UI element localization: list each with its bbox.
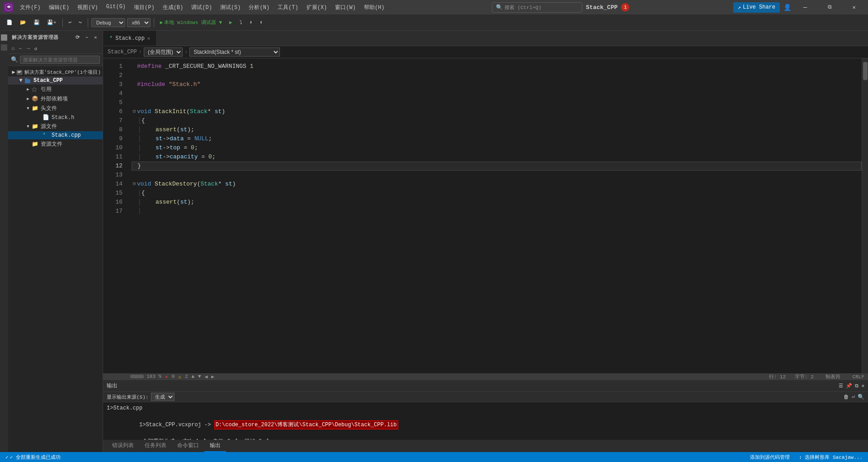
hscroll-thumb[interactable] — [130, 375, 144, 378]
editor-scrollbar-bottom[interactable]: 183 % ✕ 0 ⚠ 2 ▲ ▼ ◀ ▶ 行: 12 字节: 2 制表符 CR… — [103, 373, 868, 380]
step-out-button[interactable]: ⬆ — [257, 18, 265, 27]
status-branch[interactable]: ↕ 选择树形库 Sacajaw... — [797, 454, 864, 461]
tree-item-headers[interactable]: ▼ 📁 头文件 — [8, 104, 103, 113]
undo-button[interactable]: ↩ — [66, 18, 75, 27]
menu-edit[interactable]: 编辑(E) — [45, 2, 73, 13]
menu-debug[interactable]: 调试(D) — [188, 2, 216, 13]
step-in-button[interactable]: ⬇ — [247, 18, 255, 27]
new-file-button[interactable]: 📄 — [4, 18, 15, 27]
sidebar-forward-btn[interactable]: → — [25, 45, 32, 52]
output-line-2: 1>Stack_CPP.vcxproj -> D:\code_store_202… — [107, 412, 864, 438]
panel-tab-output[interactable]: 输出 — [204, 440, 226, 452]
sidebar-tree: ▶ 解决方案'Stack_CPP'(1个项目) ▼ Stack_CPP ▶ ⚝ — [8, 66, 103, 452]
tree-item-stackcpp[interactable]: * Stack.cpp — [8, 131, 103, 139]
output-wrap-btn[interactable]: ⏎ — [852, 394, 855, 400]
search-box[interactable]: 🔍 搜索 (Ctrl+Q) — [492, 2, 582, 13]
output-panel-close-btn[interactable]: ✕ — [861, 383, 864, 389]
output-search-btn[interactable]: 🔍 — [858, 394, 864, 400]
nav-down-btn[interactable]: ▼ — [198, 374, 201, 379]
save-button[interactable]: 💾 — [31, 18, 42, 27]
code-editor[interactable]: 1 2 3 4 5 6 7 8 9 10 11 12 13 14 15 16 1… — [103, 58, 868, 373]
tree-item-refs[interactable]: ▶ ⚝ 引用 — [8, 85, 103, 94]
menu-extensions[interactable]: 扩展(X) — [303, 2, 331, 13]
menu-test[interactable]: 测试(S) — [217, 2, 245, 13]
code-content[interactable]: #define _CRT_SECURE_NO_WARNINGS 1 #inclu… — [128, 58, 862, 373]
continue-button[interactable]: ▶ — [226, 18, 235, 27]
editor-scrollbar-right[interactable] — [862, 58, 868, 373]
menu-tools[interactable]: 工具(T) — [274, 2, 302, 13]
sidebar-collapse-btn[interactable]: – — [84, 33, 90, 41]
tab-stackcpp[interactable]: * Stack.cpp ✕ — [103, 31, 157, 46]
breadcrumb-sep2: › — [184, 49, 188, 55]
profile-icon[interactable]: 👤 — [783, 4, 791, 11]
activity-explorer[interactable] — [1, 34, 7, 41]
status-source-control[interactable]: 添加到源代码管理 — [748, 454, 792, 461]
tree-item-solution[interactable]: ▶ 解决方案'Stack_CPP'(1个项目) — [8, 68, 103, 76]
sidebar-home-btn[interactable]: ⌂ — [10, 45, 17, 52]
save-all-button[interactable]: 💾+ — [44, 18, 59, 27]
tree-item-project[interactable]: ▼ Stack_CPP — [8, 76, 103, 85]
output-panel-pin-btn[interactable]: 📌 — [846, 383, 852, 389]
sidebar-search-input[interactable] — [20, 56, 100, 64]
tab-close-icon[interactable]: ✕ — [147, 36, 150, 41]
close-button[interactable]: ✕ — [844, 0, 864, 14]
code-line-17: │ — [132, 207, 862, 216]
menu-project[interactable]: 项目(P) — [130, 2, 158, 13]
tree-item-resources[interactable]: 📁 资源文件 — [8, 139, 103, 149]
menu-analyze[interactable]: 分析(N) — [245, 2, 273, 13]
menu-help[interactable]: 帮助(H) — [360, 2, 388, 13]
nav-up-btn[interactable]: ▲ — [191, 374, 194, 379]
menu-file[interactable]: 文件(F) — [16, 2, 44, 13]
sidebar-close-btn[interactable]: ✕ — [92, 33, 99, 41]
sidebar-back-btn[interactable]: ← — [18, 45, 24, 52]
panel-tab-tasks[interactable]: 任务列表 — [139, 440, 172, 452]
redo-button[interactable]: ↪ — [76, 18, 85, 27]
code-line-15: │ { — [132, 189, 862, 198]
activity-search[interactable] — [1, 44, 7, 51]
scrollbar-thumb[interactable] — [863, 62, 868, 80]
menu-window[interactable]: 窗口(W) — [331, 2, 359, 13]
tree-item-stackh[interactable]: 📄 Stack.h — [8, 113, 103, 122]
menu-git[interactable]: Git(G) — [103, 2, 129, 13]
open-button[interactable]: 📂 — [17, 18, 29, 27]
line-3: 3 — [103, 80, 123, 89]
line-2: 2 — [103, 71, 123, 80]
menu-view[interactable]: 视图(V) — [74, 2, 102, 13]
run-button[interactable]: ▶ 本地 Windows 调试器 ▼ — [157, 18, 225, 27]
headers-icon: 📁 — [32, 105, 39, 112]
project-icon — [24, 77, 32, 84]
live-share-icon: ↗ — [738, 4, 741, 11]
config-select[interactable]: Debug Release — [91, 18, 125, 27]
breadcrumb-part1[interactable]: Stack_CPP — [108, 49, 137, 55]
menu-build[interactable]: 生成(B) — [159, 2, 187, 13]
line-13: 13 — [103, 171, 123, 180]
step-over-button[interactable]: ⤵ — [237, 18, 245, 27]
output-panel-float-btn[interactable]: ⧉ — [855, 383, 859, 389]
panel-tab-command[interactable]: 命令窗口 — [172, 440, 204, 452]
maximize-button[interactable]: ⧉ — [819, 0, 840, 14]
panel-tab-errors[interactable]: 错误列表 — [107, 440, 139, 452]
output-source-select[interactable]: 生成 — [151, 393, 175, 401]
tree-item-extdeps[interactable]: ▶ 📦 外部依赖项 — [8, 94, 103, 104]
nav-left-btn[interactable]: ◀ — [205, 374, 208, 380]
breadcrumb-scope-select[interactable]: (全局范围) — [144, 48, 183, 57]
breadcrumb-func-select[interactable]: StackInit(Stack * st) — [189, 48, 280, 57]
fold-icon-6[interactable]: ⊟ — [132, 107, 137, 116]
output-path-highlight: D:\code_store_2022\博客测试\Stack_CPP\Debug\… — [214, 420, 398, 429]
code-line-14: ⊟ void StackDestory(Stack* st) — [132, 180, 862, 189]
solution-icon — [16, 69, 23, 76]
output-clear-btn[interactable]: 🗑 — [844, 394, 849, 400]
platform-select[interactable]: x86 x64 — [127, 18, 151, 27]
nav-right-btn[interactable]: ▶ — [211, 374, 214, 380]
sidebar-sync-btn[interactable]: ⟳ — [74, 33, 82, 41]
live-share-label: Live Share — [743, 4, 775, 10]
status-success[interactable]: ✓ ✓ 全部重新生成已成功 — [4, 454, 62, 461]
notification-badge[interactable]: 1 — [621, 3, 629, 11]
fold-icon-14[interactable]: ⊟ — [132, 180, 137, 189]
code-line-12: } — [132, 162, 862, 171]
tree-item-sources[interactable]: ▼ 📁 源文件 — [8, 122, 103, 131]
live-share-button[interactable]: ↗ Live Share — [733, 2, 780, 13]
sidebar-refresh-btn[interactable]: ↺ — [33, 45, 39, 52]
minimize-button[interactable]: — — [795, 0, 816, 14]
output-panel-menu-btn[interactable]: ☰ — [839, 383, 843, 389]
